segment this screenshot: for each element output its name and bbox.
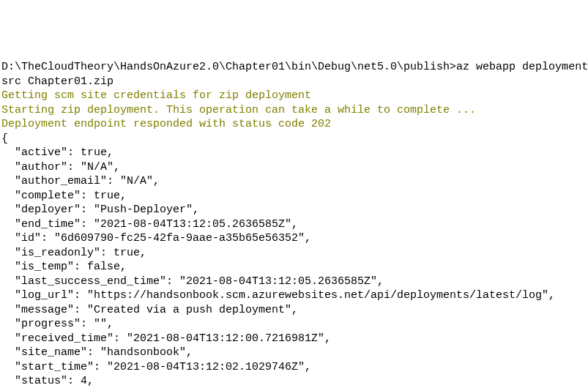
json-field: "author": "N/A",	[1, 160, 587, 175]
json-field: "start_time": "2021-08-04T13:12:02.10297…	[1, 360, 587, 375]
json-field: "complete": true,	[1, 189, 587, 204]
json-field: "message": "Created via a push deploymen…	[1, 303, 587, 318]
json-field: "is_readonly": true,	[1, 246, 587, 261]
json-field: "site_name": "handsonbook",	[1, 346, 587, 360]
status-line-3: Deployment endpoint responded with statu…	[1, 117, 587, 132]
json-field: "progress": "",	[1, 317, 587, 332]
json-field: "is_temp": false,	[1, 260, 587, 275]
json-field: "deployer": "Push-Deployer",	[1, 203, 587, 217]
json-field: "end_time": "2021-08-04T13:12:05.2636585…	[1, 217, 587, 232]
json-field: "active": true,	[1, 146, 587, 160]
command-prompt-line2: src Chapter01.zip	[1, 75, 587, 89]
json-open-brace: {	[1, 132, 587, 146]
json-field: "status": 4,	[1, 374, 587, 388]
json-field: "author_email": "N/A",	[1, 174, 587, 189]
json-field: "received_time": "2021-08-04T13:12:00.72…	[1, 332, 587, 346]
status-line-1: Getting scm site credentials for zip dep…	[1, 89, 587, 103]
json-field: "id": "6d609790-fc25-42fa-9aae-a35b65e56…	[1, 231, 587, 246]
json-field: "last_success_end_time": "2021-08-04T13:…	[1, 275, 587, 289]
command-prompt-line1: D:\TheCloudTheory\HandsOnAzure2.0\Chapte…	[1, 60, 587, 75]
json-field: "log_url": "https://handsonbook.scm.azur…	[1, 288, 587, 303]
terminal-output: D:\TheCloudTheory\HandsOnAzure2.0\Chapte…	[1, 60, 587, 388]
status-line-2: Starting zip deployment. This operation …	[1, 103, 587, 118]
